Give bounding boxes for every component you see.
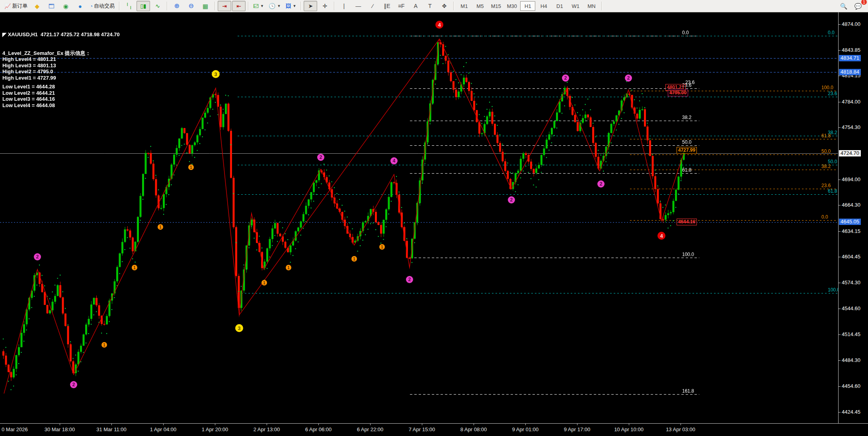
zoom-out-button[interactable]: ⊖	[184, 1, 198, 11]
fib-label-orange-23-6: 23.6	[821, 183, 831, 188]
timeframe-h1-button[interactable]: H1	[520, 1, 535, 11]
notification-badge: 1	[861, 0, 867, 5]
semafor-1-marker: 1	[132, 265, 137, 270]
time-axis-label-clipped: 0 Mar 2026	[2, 426, 28, 432]
semafor-4-marker: 4	[435, 21, 443, 29]
semafor-2-marker: 2	[508, 196, 515, 203]
vertical-line-button[interactable]: |	[337, 1, 351, 11]
time-tick	[629, 424, 629, 425]
crosshair-button[interactable]: ✛	[318, 1, 332, 11]
chevron-down-icon: ▼	[277, 4, 281, 8]
equidistant-channel-button[interactable]: ∥E	[380, 1, 394, 11]
chart-shift-icon: ⇤	[236, 3, 241, 9]
line-chart-button[interactable]: ∿	[151, 1, 164, 11]
symbols-button[interactable]: ◆	[30, 1, 44, 11]
fibonacci-button[interactable]: ≡F	[394, 1, 408, 11]
timeframe-w1-button[interactable]: W1	[568, 1, 583, 11]
semafor-1-marker: 1	[351, 256, 357, 262]
time-axis-label: 1 Apr 20:00	[202, 426, 228, 432]
fib-label-white-161-8: 161.8	[682, 388, 694, 394]
indicator-info-line: Low Level2 = 4644.21	[2, 90, 120, 96]
cursor-button[interactable]: ➤	[304, 1, 317, 11]
toolbar-separator	[248, 2, 249, 10]
price-axis-label: 4574.30	[842, 280, 860, 285]
price-tick	[839, 386, 841, 387]
time-axis[interactable]: 0 Mar 202630 Mar 18:0031 Mar 11:001 Apr …	[0, 423, 868, 436]
auto-scroll-button[interactable]: ⇥	[218, 1, 231, 11]
autotrade-button[interactable]: ●	[73, 1, 87, 11]
timeframe-m15-button[interactable]: M15	[488, 1, 503, 11]
price-tick	[839, 76, 841, 76]
chat-icon: 💬	[854, 3, 862, 9]
line-chart-icon: ∿	[155, 3, 160, 9]
time-tick	[111, 424, 112, 425]
candles-chart-button[interactable]: ▯▮	[137, 1, 150, 11]
price-badge-4834-71: 4834.71	[839, 55, 861, 61]
templates-icon: 🖼	[285, 3, 291, 9]
zoom-in-button[interactable]: ⊕	[170, 1, 183, 11]
time-axis-label: 9 Apr 01:00	[512, 426, 539, 432]
bars-chart-button[interactable]: ╵╷	[122, 1, 136, 11]
timeframe-d1-button[interactable]: D1	[552, 1, 567, 11]
timeframe-m5-button[interactable]: M5	[472, 1, 488, 11]
fib-label-orange-38-2: 38.2	[821, 164, 831, 169]
text-button[interactable]: A	[409, 1, 422, 11]
candlestick-canvas[interactable]	[0, 12, 868, 436]
price-axis-label: 4694.00	[842, 176, 860, 182]
market-window-icon: 🗔	[49, 3, 55, 9]
candles-chart-icon: ▯▮	[140, 3, 146, 9]
semafor-4-marker: 4	[390, 157, 398, 164]
timeframe-h4-button[interactable]: H4	[536, 1, 551, 11]
indicators-button[interactable]: 🗠▼	[251, 1, 266, 11]
price-tick	[839, 360, 841, 361]
indicator-info-line	[2, 81, 120, 84]
time-tick	[318, 424, 319, 425]
horizontal-line-icon: —	[355, 3, 361, 9]
price-tick	[839, 205, 841, 205]
chart-shift-button[interactable]: ⇤	[232, 1, 246, 11]
new-order-button[interactable]: 📈新订单	[2, 1, 29, 11]
search-button[interactable]: 🔍	[837, 1, 850, 11]
indicator-info-line: Low Level3 = 4644.16	[2, 96, 120, 102]
time-tick	[422, 424, 422, 425]
horizontal-line-button[interactable]: —	[351, 1, 365, 11]
semafor-2-marker: 2	[317, 154, 324, 161]
time-axis-label: 30 Mar 18:00	[45, 426, 75, 432]
price-axis[interactable]: 4874.004843.854814.154784.004754.304694.…	[838, 12, 868, 423]
auto-trading-button[interactable]: ◔自动交易	[88, 1, 117, 11]
semafor-4-marker: 4	[657, 232, 665, 240]
toolbar-separator	[334, 2, 335, 10]
chart-area[interactable]: ◤ XAUUSD,H1 4721.17 4725.72 4718.98 4724…	[0, 12, 868, 436]
timeframe-m1-button[interactable]: M1	[456, 1, 472, 11]
fib-label-cyan-61-8: 61.8	[828, 188, 837, 194]
toolbar-separator	[119, 2, 120, 10]
templates-button[interactable]: 🖼▼	[283, 1, 298, 11]
label-icon: T	[428, 3, 432, 9]
price-tick	[839, 127, 841, 128]
price-badge-4645-05: 4645.05	[839, 219, 861, 225]
fib-label-cyan-0-0: 0.0	[828, 30, 835, 35]
vertical-line-icon: |	[343, 3, 345, 9]
price-axis-label: 4874.00	[842, 21, 860, 27]
semafor-2-marker: 2	[625, 74, 632, 82]
semafor-2-marker: 2	[562, 74, 569, 82]
indicator-info-line: High Level4 = 4801.21	[2, 56, 120, 63]
label-button[interactable]: T	[423, 1, 437, 11]
signals-button[interactable]: ◉	[59, 1, 72, 11]
indicator-info-line: Low Level4 = 4644.08	[2, 102, 120, 109]
time-axis-label: 10 Apr 10:00	[614, 426, 644, 432]
arrows-button[interactable]: ✥	[437, 1, 451, 11]
time-axis-label: 6 Apr 22:00	[357, 426, 384, 432]
price-level-box-4795-00: 4795.00	[668, 90, 688, 96]
timeframe-mn-button[interactable]: MN	[584, 1, 599, 11]
zoom-in-icon: ⊕	[174, 3, 179, 9]
market-window-button[interactable]: 🗔	[45, 1, 58, 11]
price-axis-label: 4784.00	[842, 99, 860, 105]
timeframe-m30-button[interactable]: M30	[504, 1, 519, 11]
chat-button[interactable]: 💬1	[851, 1, 865, 11]
periods-button[interactable]: 🕓▼	[267, 1, 283, 11]
price-axis-label: 4544.60	[842, 305, 860, 311]
chevron-down-icon: ▼	[293, 4, 296, 8]
tile-windows-button[interactable]: ▦	[199, 1, 212, 11]
trendline-button[interactable]: ∕	[366, 1, 379, 11]
